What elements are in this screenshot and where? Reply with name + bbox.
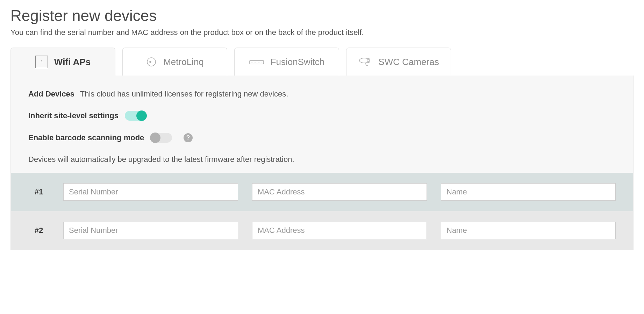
serial-number-input[interactable] [63, 183, 238, 201]
inherit-settings-toggle[interactable] [125, 111, 146, 121]
device-name-input[interactable] [441, 222, 616, 239]
row-number: #2 [28, 226, 49, 235]
add-devices-description: This cloud has unlimited licenses for re… [80, 90, 288, 98]
barcode-mode-label: Enable barcode scanning mode [28, 133, 144, 142]
tab-fusionswitch[interactable]: FusionSwitch [234, 48, 339, 76]
switch-icon [249, 58, 264, 65]
barcode-mode-row: Enable barcode scanning mode ? [28, 133, 616, 143]
tab-content: Add Devices This cloud has unlimited lic… [10, 76, 634, 250]
inherit-settings-label: Inherit site-level settings [28, 111, 119, 120]
tab-swc-cameras[interactable]: SWC Cameras [346, 48, 451, 76]
svg-point-1 [150, 61, 151, 63]
svg-rect-2 [250, 60, 264, 64]
antenna-icon [146, 56, 157, 67]
add-devices-info: Add Devices This cloud has unlimited lic… [28, 90, 616, 99]
help-icon[interactable]: ? [184, 133, 193, 142]
tab-label: FusionSwitch [271, 57, 325, 67]
device-row: #2 [11, 211, 633, 250]
page-subtitle: You can find the serial number and MAC a… [10, 28, 634, 37]
camera-icon [358, 57, 372, 67]
tab-label: MetroLinq [163, 57, 204, 67]
barcode-mode-toggle[interactable] [150, 133, 172, 143]
inherit-settings-row: Inherit site-level settings [28, 111, 616, 121]
device-input-rows: #1 #2 [11, 173, 633, 250]
device-type-tabs: ^ Wifi APs MetroLinq FusionSwitch S [10, 48, 634, 76]
row-number: #1 [28, 187, 49, 197]
firmware-upgrade-info: Devices will automatically be upgraded t… [28, 155, 616, 164]
device-name-input[interactable] [441, 183, 616, 201]
tab-wifi-aps[interactable]: ^ Wifi APs [10, 48, 115, 76]
access-point-icon: ^ [35, 56, 48, 68]
add-devices-label: Add Devices [28, 90, 74, 98]
svg-point-0 [147, 58, 156, 66]
tab-metrolinq[interactable]: MetroLinq [122, 48, 227, 76]
serial-number-input[interactable] [63, 222, 238, 239]
tab-label: Wifi APs [54, 57, 91, 67]
tab-label: SWC Cameras [378, 57, 439, 67]
device-row: #1 [11, 173, 633, 211]
toggle-knob [136, 110, 147, 121]
mac-address-input[interactable] [252, 183, 427, 201]
toggle-knob [150, 133, 160, 143]
page-title: Register new devices [10, 7, 634, 24]
mac-address-input[interactable] [252, 222, 427, 239]
